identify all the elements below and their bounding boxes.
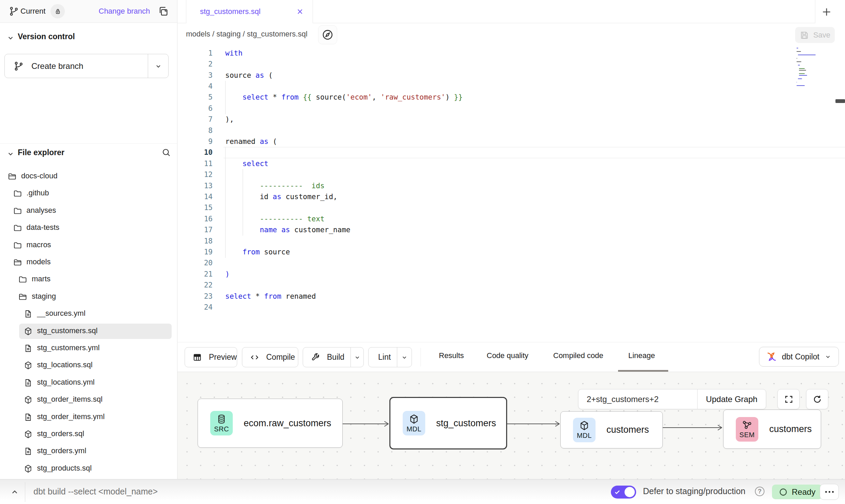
- code-line-14[interactable]: 14 id as customer_id,: [177, 191, 845, 203]
- change-branch-link[interactable]: Change branch: [99, 7, 150, 16]
- fullscreen-button[interactable]: [777, 389, 800, 409]
- file-explorer-collapse-icon[interactable]: [6, 149, 15, 158]
- code-line-19[interactable]: 19 from source: [177, 247, 845, 258]
- code-line-1[interactable]: 1with: [177, 48, 845, 59]
- copy-icon[interactable]: [158, 5, 169, 17]
- code-line-23[interactable]: 23select * from renamed: [177, 291, 845, 302]
- code-line-16[interactable]: 16 ---------- text: [177, 213, 845, 225]
- file-item-stg-orders-yml[interactable]: stg_orders.yml: [0, 444, 177, 459]
- dbt-cloud-ide: Current Change branch Version control Cr…: [0, 0, 845, 504]
- line-number: 10: [177, 147, 213, 158]
- code-line-9[interactable]: 9renamed as (: [177, 136, 845, 147]
- code-line-6[interactable]: 6: [177, 103, 845, 114]
- folder-icon: [13, 241, 22, 250]
- lineage-panel[interactable]: SRCecom.raw_customersMDLstg_customersMDL…: [177, 372, 845, 479]
- refresh-button[interactable]: [806, 389, 828, 409]
- ready-circle-icon: [779, 488, 788, 496]
- file-item-stg-orders-sql[interactable]: stg_orders.sql: [0, 427, 177, 442]
- chevron-down-icon: [824, 353, 832, 360]
- line-number: 5: [177, 92, 213, 103]
- compile-button[interactable]: Compile: [242, 347, 298, 367]
- file-item-data-tests[interactable]: data-tests: [0, 220, 177, 236]
- dbt-copilot-button[interactable]: dbt Copilot: [759, 347, 839, 367]
- new-tab-button[interactable]: [820, 5, 833, 19]
- lint-dropdown[interactable]: [397, 347, 412, 367]
- code-line-21[interactable]: 21): [177, 269, 845, 280]
- create-branch-dropdown[interactable]: [148, 54, 168, 78]
- code-line-11[interactable]: 11 select: [177, 158, 845, 169]
- build-dropdown[interactable]: [350, 347, 363, 367]
- file-doc-icon: [24, 309, 33, 318]
- more-options-button[interactable]: [820, 484, 839, 500]
- preview-button[interactable]: Preview: [185, 347, 237, 367]
- file-item-stg-customers-yml[interactable]: stg_customers.yml: [0, 341, 177, 356]
- code-line-5[interactable]: 5 select * from {{ source('ecom', 'raw_c…: [177, 92, 845, 103]
- scrollbar-thumb[interactable]: [835, 99, 845, 103]
- command-input[interactable]: dbt build --select <model_name>: [33, 487, 158, 496]
- file-item-label: models: [27, 257, 51, 266]
- wrench-icon: [311, 353, 320, 362]
- folder-open-icon: [8, 172, 17, 181]
- file-item-models[interactable]: models: [0, 255, 177, 270]
- file-item-docs-cloud[interactable]: docs-cloud: [0, 169, 177, 184]
- tab-lineage[interactable]: Lineage: [628, 351, 655, 360]
- minimap[interactable]: [797, 48, 816, 92]
- file-item-stg-locations-sql[interactable]: stg_locations.sql: [0, 358, 177, 373]
- file-item--github[interactable]: .github: [0, 186, 177, 202]
- copilot-compass-button[interactable]: [318, 25, 337, 44]
- help-icon[interactable]: ?: [755, 487, 764, 496]
- tab-code-quality[interactable]: Code quality: [487, 351, 528, 360]
- update-graph-button[interactable]: Update Graph: [697, 389, 766, 409]
- file-item-analyses[interactable]: analyses: [0, 203, 177, 219]
- code-line-17[interactable]: 17 name as customer_name: [177, 224, 845, 236]
- file-item-staging[interactable]: staging: [0, 289, 177, 305]
- lineage-node-stg-customers[interactable]: MDLstg_customers: [389, 397, 507, 449]
- sidebar: Current Change branch Version control Cr…: [0, 0, 177, 479]
- code-line-3[interactable]: 3source as (: [177, 70, 845, 81]
- version-control-collapse-icon[interactable]: [6, 33, 15, 42]
- save-button[interactable]: Save: [795, 27, 835, 43]
- chevron-up-icon[interactable]: [10, 487, 20, 497]
- defer-toggle[interactable]: [611, 486, 636, 499]
- create-branch-button[interactable]: Create branch: [4, 54, 169, 78]
- code-line-7[interactable]: 7),: [177, 114, 845, 125]
- tab-compiled-code[interactable]: Compiled code: [553, 351, 603, 360]
- code-line-22[interactable]: 22: [177, 280, 845, 291]
- minimap-line: [797, 51, 801, 52]
- build-button[interactable]: Build: [303, 347, 364, 367]
- code-line-13[interactable]: 13 ---------- ids: [177, 180, 845, 192]
- model-cube-icon: [24, 327, 33, 336]
- code-line-24[interactable]: 24: [177, 302, 845, 313]
- code-line-4[interactable]: 4: [177, 81, 845, 92]
- close-icon[interactable]: [296, 7, 304, 16]
- code-line-20[interactable]: 20: [177, 257, 845, 269]
- fullscreen-icon: [784, 394, 794, 404]
- lint-label: Lint: [377, 353, 392, 362]
- file-item-stg-order-items-yml[interactable]: stg_order_items.yml: [0, 410, 177, 425]
- line-number: 22: [177, 280, 213, 291]
- file-item-stg-order-items-sql[interactable]: stg_order_items.sql: [0, 392, 177, 408]
- code-line-10[interactable]: 10: [177, 147, 845, 158]
- file-item-stg-locations-yml[interactable]: stg_locations.yml: [0, 375, 177, 391]
- lineage-node-ecom-raw-customers[interactable]: SRCecom.raw_customers: [198, 399, 343, 448]
- folder-icon: [13, 189, 22, 198]
- file-item-macros[interactable]: macros: [0, 238, 177, 253]
- tab-stg-customers-sql[interactable]: stg_customers.sql: [186, 0, 313, 23]
- lint-button[interactable]: Lint: [368, 347, 412, 367]
- lineage-node-customers[interactable]: MDLcustomers: [560, 411, 663, 448]
- code-line-8[interactable]: 8: [177, 125, 845, 136]
- lineage-node-customers[interactable]: SEMcustomers: [723, 410, 821, 449]
- code-line-2[interactable]: 2: [177, 59, 845, 70]
- code-line-15[interactable]: 15: [177, 202, 845, 213]
- code-line-12[interactable]: 12: [177, 169, 845, 180]
- code-editor[interactable]: 1with23source as (45 select * from {{ so…: [177, 46, 845, 342]
- code-line-18[interactable]: 18: [177, 236, 845, 247]
- file-item-stg-customers-sql[interactable]: stg_customers.sql: [0, 324, 177, 339]
- file-item--sources-yml[interactable]: __sources.yml: [0, 306, 177, 322]
- file-item-stg-products-sql[interactable]: stg_products.sql: [0, 461, 177, 477]
- code-icon: [250, 353, 259, 362]
- file-item-marts[interactable]: marts: [0, 272, 177, 287]
- tab-results[interactable]: Results: [439, 351, 464, 360]
- search-icon[interactable]: [161, 147, 171, 158]
- lineage-selector-input[interactable]: 2+stg_customers+2: [578, 389, 697, 409]
